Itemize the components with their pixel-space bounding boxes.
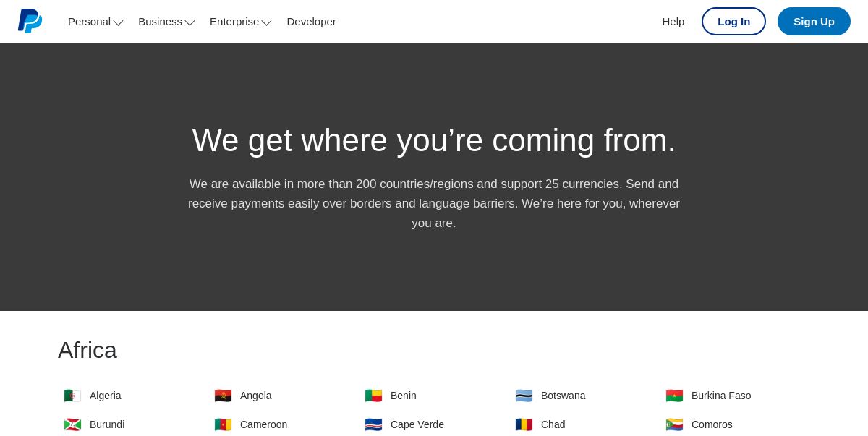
country-item[interactable]: 🇧🇫Burkina Faso — [660, 381, 810, 410]
country-item[interactable]: 🇰🇲Comoros — [660, 410, 810, 436]
country-name: Botswana — [541, 389, 585, 402]
country-item[interactable]: 🇹🇩Chad — [509, 410, 660, 436]
hero-title: We get where you’re coming from. — [181, 121, 687, 160]
country-item[interactable]: 🇨🇻Cape Verde — [359, 410, 509, 436]
country-item[interactable]: 🇧🇼Botswana — [509, 381, 660, 410]
country-flag-icon: 🇦🇴 — [213, 388, 233, 403]
hero-subtitle: We are available in more than 200 countr… — [181, 174, 687, 234]
paypal-logo[interactable] — [17, 7, 43, 36]
nav-personal[interactable]: Personal — [61, 9, 128, 33]
help-link[interactable]: Help — [656, 9, 690, 33]
country-name: Benin — [391, 389, 417, 402]
country-flag-icon: 🇧🇫 — [664, 388, 684, 403]
country-item[interactable]: 🇦🇴Angola — [208, 381, 359, 410]
country-name: Cape Verde — [391, 418, 444, 431]
country-item[interactable]: 🇧🇮Burundi — [58, 410, 208, 436]
country-name: Chad — [541, 418, 565, 431]
country-name: Angola — [240, 389, 272, 402]
country-flag-icon: 🇨🇻 — [363, 417, 383, 432]
country-flag-icon: 🇩🇿 — [62, 388, 82, 403]
hero-content: We get where you’re coming from. We are … — [181, 121, 687, 233]
region-title: Africa — [58, 337, 810, 364]
country-name: Algeria — [90, 389, 122, 402]
country-flag-icon: 🇧🇯 — [363, 388, 383, 403]
nav-developer[interactable]: Developer — [279, 9, 343, 33]
country-name: Cameroon — [240, 418, 287, 431]
country-item[interactable]: 🇨🇲Cameroon — [208, 410, 359, 436]
countries-section: Africa 🇩🇿Algeria🇦🇴Angola🇧🇯Benin🇧🇼Botswan… — [0, 311, 868, 436]
countries-grid: 🇩🇿Algeria🇦🇴Angola🇧🇯Benin🇧🇼Botswana🇧🇫Burk… — [58, 381, 810, 436]
country-item[interactable]: 🇧🇯Benin — [359, 381, 509, 410]
chevron-down-icon — [114, 15, 124, 25]
country-name: Burundi — [90, 418, 124, 431]
navbar: Personal Business Enterprise Developer H… — [0, 0, 868, 43]
nav-business[interactable]: Business — [131, 9, 200, 33]
country-name: Comoros — [692, 418, 733, 431]
country-flag-icon: 🇹🇩 — [514, 417, 534, 432]
country-flag-icon: 🇧🇼 — [514, 388, 534, 403]
hero-section: We get where you’re coming from. We are … — [0, 43, 868, 311]
navbar-actions: Help Log In Sign Up — [656, 7, 851, 35]
country-flag-icon: 🇰🇲 — [664, 417, 684, 432]
country-flag-icon: 🇧🇮 — [62, 417, 82, 432]
nav-enterprise[interactable]: Enterprise — [203, 9, 276, 33]
chevron-down-icon — [184, 15, 195, 25]
country-item[interactable]: 🇩🇿Algeria — [58, 381, 208, 410]
main-nav: Personal Business Enterprise Developer — [61, 9, 656, 33]
country-name: Burkina Faso — [692, 389, 751, 402]
country-flag-icon: 🇨🇲 — [213, 417, 233, 432]
chevron-down-icon — [262, 15, 272, 25]
login-button[interactable]: Log In — [702, 7, 766, 35]
signup-button[interactable]: Sign Up — [778, 7, 851, 35]
